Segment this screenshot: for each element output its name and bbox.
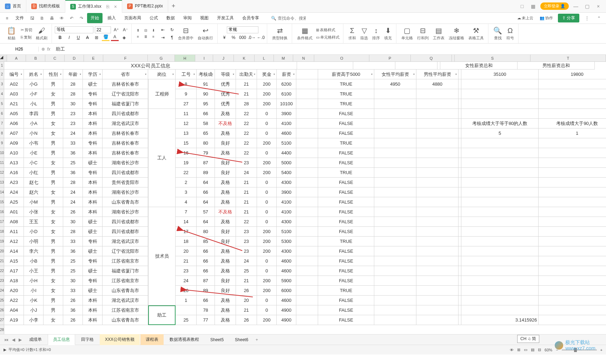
cell[interactable] [296, 138, 318, 148]
col-L[interactable]: L [255, 55, 274, 61]
cell[interactable]: 36 [63, 305, 83, 315]
cell[interactable] [459, 237, 461, 246]
cell[interactable] [296, 305, 318, 315]
cell[interactable] [416, 109, 459, 119]
record-icon[interactable]: ▶ [4, 348, 6, 352]
cell[interactable] [416, 227, 459, 237]
cell[interactable]: 85 [197, 237, 215, 246]
cell[interactable]: 专科 [83, 256, 103, 266]
cell[interactable]: 24 [176, 276, 197, 286]
menutab-insert[interactable]: 插入 [104, 13, 119, 23]
minimize-icon[interactable]: — [572, 2, 580, 11]
cell[interactable]: 64 [197, 217, 215, 227]
cell[interactable]: 女性薪资总和 [440, 62, 518, 70]
orient-button[interactable]: ↻ [168, 26, 176, 33]
cell[interactable]: 女 [44, 128, 63, 138]
cell[interactable]: 4600 [277, 128, 296, 138]
cell[interactable]: 26 [63, 207, 83, 217]
cell[interactable]: 江苏省南京市 [103, 256, 148, 266]
cell[interactable]: 贵州省贵阳市 [103, 178, 148, 187]
cell[interactable]: 12 [176, 119, 197, 128]
cell[interactable]: 25 [176, 315, 197, 325]
cell[interactable]: 良好 [215, 276, 236, 286]
cell[interactable]: 22 [236, 148, 257, 158]
cell[interactable]: 200 [257, 276, 277, 286]
mode-icon[interactable]: □ [518, 2, 526, 11]
cell[interactable]: 0 [257, 109, 277, 119]
cell[interactable] [539, 148, 606, 158]
menu-file[interactable]: 文件 [13, 14, 27, 22]
cell[interactable] [459, 305, 461, 315]
cell[interactable] [374, 246, 416, 256]
name-box[interactable] [3, 47, 35, 52]
cell[interactable] [461, 227, 539, 237]
row-20[interactable]: 20 [0, 246, 4, 256]
cell[interactable] [374, 178, 416, 187]
cell[interactable]: 辽宁省沈阳市 [103, 246, 148, 256]
cell[interactable]: 男 [44, 305, 63, 315]
cell[interactable]: 男 [44, 237, 63, 246]
view-normal-icon[interactable]: ▭ [524, 348, 527, 352]
view-eye-icon[interactable]: 👁 [510, 348, 514, 352]
cell[interactable] [296, 70, 318, 79]
cell[interactable]: 15 [176, 138, 197, 148]
cell[interactable]: 21 [236, 89, 257, 99]
row-11[interactable]: 11 [0, 158, 4, 168]
redo-icon[interactable]: ↷ [77, 14, 86, 22]
cell[interactable] [461, 89, 539, 99]
cell[interactable]: 四川省成都市 [103, 109, 148, 119]
align-left[interactable]: ≡ [134, 34, 141, 40]
sheet-tab-7[interactable]: Sheet6 [230, 335, 253, 345]
row-27[interactable]: 27 [0, 315, 4, 325]
cell[interactable] [459, 138, 461, 148]
cell[interactable]: 11 [176, 109, 197, 119]
cell[interactable] [459, 89, 461, 99]
sheet-tab-2[interactable]: 田字格 [76, 334, 99, 345]
cell[interactable]: 小A [24, 119, 44, 128]
cell[interactable] [296, 178, 318, 187]
cell[interactable]: 28 [63, 227, 83, 237]
cell[interactable] [461, 178, 539, 187]
cell[interactable]: 4880 [416, 79, 459, 89]
sheet-tab-5[interactable]: 数据透视表教程 [164, 334, 204, 345]
cell[interactable] [539, 207, 606, 217]
cell[interactable] [459, 187, 461, 197]
cell[interactable]: 5100 [277, 227, 296, 237]
cell[interactable] [461, 99, 539, 109]
cell[interactable]: 0 [257, 256, 277, 266]
cell[interactable]: 专科 [83, 168, 103, 178]
cell[interactable]: 及格 [215, 187, 236, 197]
search-input[interactable] [278, 16, 306, 21]
cell[interactable]: 硕士 [83, 227, 103, 237]
cell[interactable] [416, 158, 459, 168]
cell[interactable]: 200 [257, 89, 277, 99]
cell[interactable] [539, 217, 606, 227]
cell[interactable] [461, 138, 539, 148]
cell[interactable] [461, 109, 539, 119]
cell[interactable]: 0 [257, 266, 277, 276]
cell[interactable] [374, 276, 416, 286]
cell[interactable]: 小C [24, 158, 44, 168]
cell[interactable] [459, 256, 461, 266]
cell[interactable]: A22 [4, 296, 24, 305]
cell[interactable]: 16 [176, 148, 197, 158]
row-1[interactable]: 1 [0, 62, 4, 70]
cell[interactable] [374, 266, 416, 276]
cell[interactable] [459, 227, 461, 237]
cell[interactable]: 24 [236, 256, 257, 266]
row-21[interactable]: 21 [0, 256, 4, 266]
cell[interactable]: FALSE [318, 207, 374, 217]
sum-button[interactable]: Σ求和 [346, 26, 358, 41]
cell[interactable] [539, 109, 606, 119]
cell[interactable] [461, 148, 539, 158]
cell[interactable]: 优秀 [215, 89, 236, 99]
cell[interactable] [461, 256, 539, 266]
cell[interactable] [539, 158, 606, 168]
cell[interactable]: 0 [257, 119, 277, 128]
cell[interactable]: 四川省成都市 [103, 227, 148, 237]
cell[interactable]: 80 [197, 138, 215, 148]
cell[interactable]: 女 [44, 187, 63, 197]
cell[interactable] [374, 197, 416, 207]
cells[interactable]: XXX公司员工信息女性薪资总和男性薪资总和编号姓名性别年龄学历省市岗位工号考核成… [4, 62, 606, 334]
cell[interactable]: 79 [197, 148, 215, 158]
